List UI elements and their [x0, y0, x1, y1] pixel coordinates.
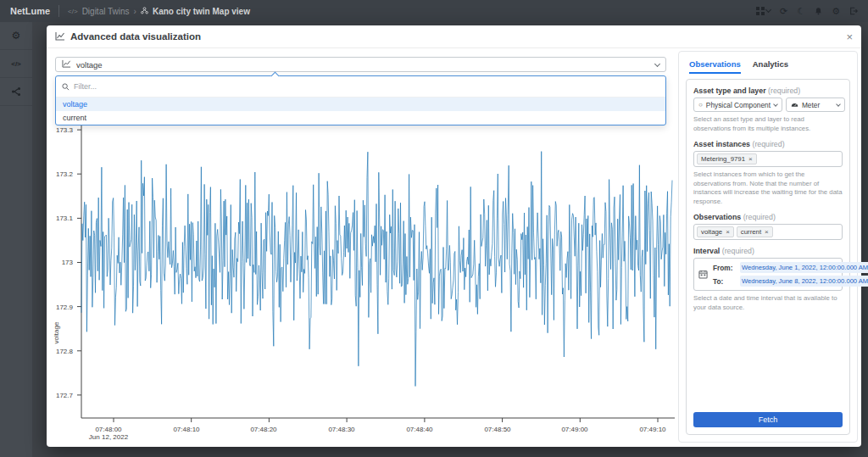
gear-icon: ⚙: [12, 30, 21, 42]
x-tick: 07:48:00: [79, 426, 138, 433]
tab-observations[interactable]: Observations: [689, 59, 741, 74]
x-tick: 07:48:40: [390, 426, 449, 433]
search-icon: [62, 79, 70, 94]
refresh-icon[interactable]: ⟳: [780, 6, 787, 17]
sidebar-item-network[interactable]: [0, 78, 32, 106]
dropdown-filter-row: [56, 76, 665, 98]
settings-gear-icon[interactable]: ⚙: [832, 6, 840, 17]
y-tick: 173.2: [50, 170, 73, 178]
advanced-data-visualization-dialog: Advanced data visualization × voltage vo…: [47, 25, 861, 447]
filter-input[interactable]: [74, 82, 633, 91]
top-navigation-bar: NetLume </> Digital Twins › Kano city tw…: [0, 0, 868, 22]
breadcrumb-separator: ›: [134, 7, 136, 16]
calendar-icon: [698, 267, 708, 282]
remove-chip-icon[interactable]: ×: [726, 228, 730, 236]
observations-form: Asset type and layer (required) ○ Physic…: [686, 79, 850, 435]
sidebar-item-code[interactable]: </>: [0, 50, 32, 78]
twin-icon: [141, 7, 148, 16]
x-tick: 07:48:50: [468, 426, 527, 433]
y-tick: 173.1: [50, 215, 73, 222]
fetch-button[interactable]: Fetch: [693, 412, 843, 427]
interval-to-label: To:: [713, 277, 737, 286]
observation-select-value: voltage: [76, 60, 103, 70]
tab-analytics[interactable]: Analytics: [753, 59, 788, 74]
breadcrumb: </> Digital Twins › Kano city twin Map v…: [68, 7, 250, 16]
breadcrumb-section[interactable]: Digital Twins: [82, 7, 130, 16]
close-icon[interactable]: ×: [846, 31, 853, 42]
y-axis-label: voltage: [53, 316, 60, 350]
dialog-header: Advanced data visualization ×: [47, 25, 861, 48]
logout-icon[interactable]: [849, 7, 858, 15]
topbar-divider: [58, 5, 59, 17]
panel-tabs: Observations Analytics: [679, 52, 857, 74]
apps-grid-icon[interactable]: [756, 7, 771, 15]
observation-select[interactable]: voltage: [55, 57, 666, 72]
y-tick: 173: [50, 259, 73, 266]
chevron-down-icon: [765, 7, 771, 13]
chart-line-icon: [55, 29, 65, 44]
chart-line-icon: [62, 59, 71, 70]
interval-picker: From: Wednesday, June 1, 2022, 12:00:00.…: [693, 258, 843, 291]
asset-instances-label: Asset instances (required): [693, 140, 843, 148]
code-icon: </>: [11, 60, 21, 68]
interval-label: Interval (required): [693, 247, 843, 255]
y-tick: 173.3: [50, 126, 73, 134]
asset-type-helper: Select an asset type and layer to read o…: [693, 115, 843, 133]
layer-value: Meter: [802, 101, 820, 109]
interval-to-value[interactable]: Wednesday, June 8, 2022, 12:00:00.000 AM: [740, 276, 868, 287]
observations-label: Observations (required): [693, 213, 843, 221]
chevron-down-icon: [654, 60, 660, 66]
x-tick: 07:48:10: [157, 426, 216, 433]
observation-dropdown: voltage current: [55, 75, 666, 125]
app-logo[interactable]: NetLume: [10, 6, 50, 16]
interval-from-value[interactable]: Wednesday, June 1, 2022, 12:00:00.000 AM: [740, 262, 868, 273]
notifications-bell-icon[interactable]: [815, 7, 822, 15]
asset-type-value: Physical Component: [706, 101, 771, 109]
dropdown-option-current[interactable]: current: [56, 111, 665, 125]
x-tick: 07:49:10: [623, 426, 682, 433]
interval-helper: Select a date and time interval that is …: [693, 294, 843, 312]
x-tick: 07:48:30: [312, 426, 371, 433]
x-tick: 07:48:20: [234, 426, 293, 433]
remove-chip-icon[interactable]: ×: [748, 155, 753, 163]
code-icon: </>: [68, 8, 78, 15]
left-sidebar: ⚙ </>: [0, 22, 32, 457]
y-tick: 172.7: [50, 392, 73, 399]
network-icon: [11, 86, 21, 97]
interval-from-label: From:: [713, 264, 737, 272]
layer-select[interactable]: Meter: [786, 98, 845, 112]
instance-chip[interactable]: Metering_9791 ×: [697, 153, 757, 164]
x-axis-date-label: Jun 12, 2022: [79, 433, 138, 441]
chart-canvas[interactable]: [76, 108, 679, 423]
y-tick: 172.9: [50, 304, 73, 311]
asset-instances-input[interactable]: Metering_9791 ×: [693, 151, 843, 167]
chevron-down-icon: [773, 102, 778, 107]
x-tick: 07:49:00: [545, 426, 604, 433]
sidebar-item-settings[interactable]: ⚙: [0, 22, 32, 50]
dialog-title: Advanced data visualization: [70, 31, 201, 42]
remove-chip-icon[interactable]: ×: [765, 228, 769, 236]
observation-chip[interactable]: current ×: [737, 226, 773, 237]
chevron-down-icon: [836, 102, 841, 107]
asset-type-label: Asset type and layer (required): [693, 86, 843, 95]
dark-mode-icon[interactable]: ☾: [797, 6, 805, 17]
physical-component-icon: ○: [698, 101, 703, 109]
observation-chip[interactable]: voltage ×: [697, 226, 734, 237]
asset-instances-helper: Select instances from which to get the o…: [693, 170, 843, 206]
y-tick: 172.8: [50, 348, 73, 355]
observations-input[interactable]: voltage × current ×: [693, 224, 843, 240]
dropdown-option-voltage[interactable]: voltage: [56, 98, 665, 111]
voltage-line-chart[interactable]: voltage 173.3 173.2 173.1 173 172.9 172.…: [47, 102, 678, 441]
meter-icon: [791, 101, 798, 109]
breadcrumb-current[interactable]: Kano city twin Map view: [153, 7, 250, 16]
asset-type-select[interactable]: ○ Physical Component: [693, 98, 782, 112]
query-panel: Observations Analytics Asset type and la…: [678, 51, 858, 443]
